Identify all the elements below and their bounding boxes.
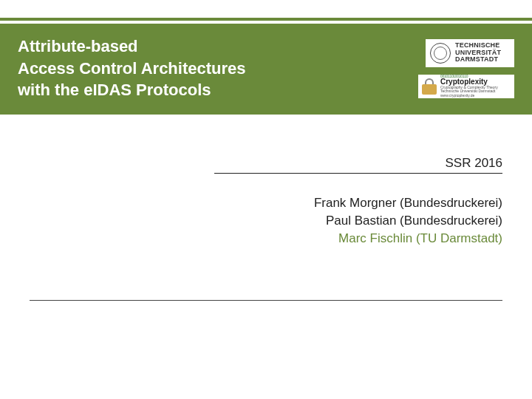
top-accent-bar — [0, 18, 532, 21]
title-line-3: with the eIDAS Protocols — [18, 79, 246, 101]
author-3: Marc Fischlin (TU Darmstadt) — [214, 230, 502, 248]
header-band: Attribute-based Access Control Architect… — [0, 24, 532, 115]
crypto-text: 001011010010110 Cryptoplexity Cryptograp… — [440, 75, 498, 98]
slide-title: Attribute-based Access Control Architect… — [18, 35, 246, 101]
bottom-rule — [30, 300, 502, 301]
crypto-sub3: www.cryptoplexity.de — [440, 94, 498, 98]
venue-underline — [214, 173, 502, 174]
title-line-2: Access Control Architectures — [18, 58, 246, 80]
title-line-1: Attribute-based — [18, 35, 246, 58]
uni-line3: DARMSTADT — [455, 56, 501, 64]
content-area: SSR 2016 Frank Morgner (Bundesdruckerei)… — [0, 115, 532, 247]
university-name: TECHNISCHE UNIVERSITÄT DARMSTADT — [455, 42, 501, 64]
venue-block: SSR 2016 — [214, 156, 502, 174]
author-2: Paul Bastian (Bundesdruckerei) — [214, 212, 502, 230]
cryptoplexity-logo: 001011010010110 Cryptoplexity Cryptograp… — [418, 75, 514, 98]
lock-icon — [422, 78, 437, 95]
authors-list: Frank Morgner (Bundesdruckerei) Paul Bas… — [214, 194, 502, 247]
author-1: Frank Morgner (Bundesdruckerei) — [214, 194, 502, 212]
logo-stack: TECHNISCHE UNIVERSITÄT DARMSTADT 0010110… — [418, 39, 514, 98]
university-seal-icon — [430, 43, 451, 64]
venue-label: SSR 2016 — [214, 156, 502, 173]
university-logo: TECHNISCHE UNIVERSITÄT DARMSTADT — [426, 39, 514, 67]
